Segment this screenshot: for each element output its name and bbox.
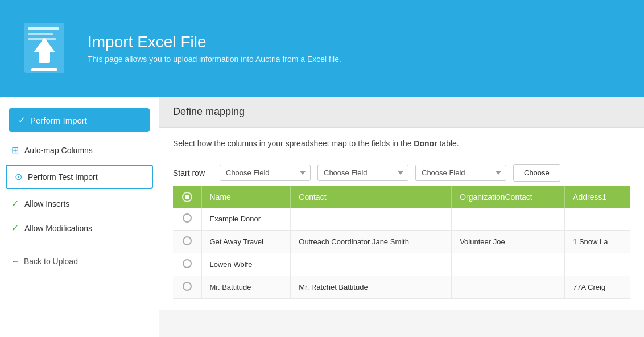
page-header: Import Excel File This page allows you t… [0,0,644,97]
header-icon [17,11,74,85]
radio-button-2[interactable] [183,236,192,245]
start-row-label: Start row [173,168,213,178]
cell-name-4: Mr. Battitude [201,276,291,299]
mapping-description: Select how the columns in your spreadshe… [173,139,630,148]
svg-rect-6 [31,68,57,71]
sidebar-item-test-import[interactable]: ⊙ Perform Test Import [6,165,153,189]
checkmark-icon: ✓ [11,198,19,209]
sidebar-item-automap[interactable]: ⊞ Auto-map Columns [0,138,159,162]
cell-contact-3 [291,253,452,276]
settings-icon: ⊙ [15,171,22,182]
svg-rect-1 [28,27,59,30]
svg-rect-2 [28,33,53,35]
checkmark-icon-2: ✓ [11,223,19,233]
table-header-radio [173,186,201,208]
page-subtitle: This page allows you to upload informati… [88,55,341,64]
main-content: Define mapping Select how the columns in… [159,97,644,337]
section-title: Define mapping [159,97,644,128]
cell-name-1: Example Donor [201,208,291,231]
cell-address-4: 77A Creig [565,276,630,299]
table-row: Mr. Battitude Mr. Ratchet Battitude 77A … [173,276,630,299]
mapping-table: Name Contact OrganizationContact Address… [173,186,630,299]
cell-address-2: 1 Snow La [565,231,630,253]
start-row-bar: Start row Choose Field Choose Field Choo… [173,159,630,186]
cell-address-1 [565,208,630,231]
check-icon: ✓ [18,115,26,125]
back-arrow-icon: ← [11,257,19,266]
radio-header-icon [182,192,192,202]
table-row: Example Donor [173,208,630,231]
table-row: Get Away Travel Outreach Coordinator Jan… [173,231,630,253]
field-select-3[interactable]: Choose Field [415,165,506,181]
section-body: Select how the columns in your spreadshe… [159,128,644,310]
radio-cell-2[interactable] [173,231,201,253]
cell-contact-1 [291,208,452,231]
cell-org-2: Volunteer Joe [452,231,565,253]
table-header-contact: Contact [291,186,452,208]
perform-import-button[interactable]: ✓ Perform Import [9,108,150,132]
choose-button[interactable]: Choose [513,164,560,182]
radio-button-4[interactable] [183,282,192,291]
radio-button-1[interactable] [183,213,192,223]
field-select-1[interactable]: Choose Field [220,165,311,181]
cell-org-4 [452,276,565,299]
sidebar-item-back[interactable]: ← Back to Upload [0,250,159,273]
table-row: Lowen Wolfe [173,253,630,276]
sidebar-item-allow-modifications[interactable]: ✓ Allow Modifications [0,216,159,240]
sidebar-divider [0,245,159,245]
grid-icon: ⊞ [11,145,19,155]
radio-cell-3[interactable] [173,253,201,276]
page-title: Import Excel File [88,33,341,51]
header-text: Import Excel File This page allows you t… [88,33,341,64]
field-select-2[interactable]: Choose Field [317,165,408,181]
radio-button-3[interactable] [183,259,192,268]
data-table-wrapper: Name Contact OrganizationContact Address… [173,186,630,299]
cell-name-2: Get Away Travel [201,231,291,253]
cell-contact-2: Outreach Coordinator Jane Smith [291,231,452,253]
cell-address-3 [565,253,630,276]
table-header-row: Name Contact OrganizationContact Address… [173,186,630,208]
cell-contact-4: Mr. Ratchet Battitude [291,276,452,299]
cell-name-3: Lowen Wolfe [201,253,291,276]
svg-rect-3 [28,38,56,40]
table-header-org: OrganizationContact [452,186,565,208]
cell-org-1 [452,208,565,231]
cell-org-3 [452,253,565,276]
radio-cell-1[interactable] [173,208,201,231]
table-header-address: Address1 [565,186,630,208]
sidebar-item-allow-inserts[interactable]: ✓ Allow Inserts [0,191,159,216]
table-header-name: Name [201,186,291,208]
radio-cell-4[interactable] [173,276,201,299]
sidebar: ✓ Perform Import ⊞ Auto-map Columns ⊙ Pe… [0,97,159,337]
